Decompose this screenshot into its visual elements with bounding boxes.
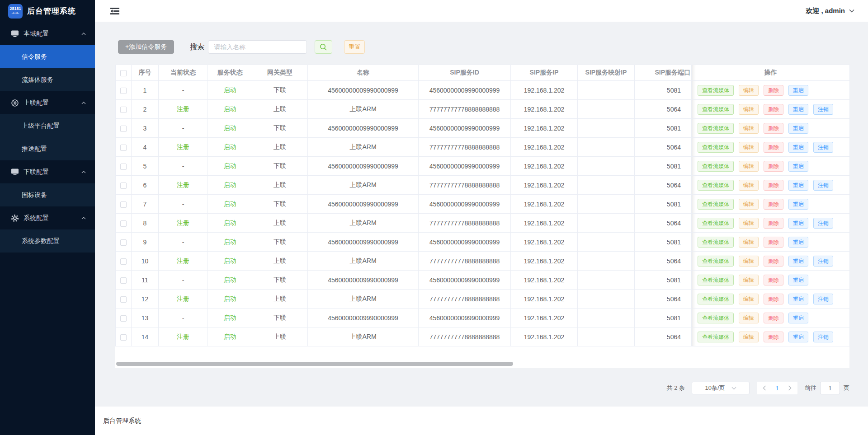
row-checkbox[interactable] bbox=[120, 334, 127, 341]
delete-button[interactable]: 删除 bbox=[764, 85, 783, 96]
edit-button[interactable]: 编辑 bbox=[739, 104, 759, 115]
goto-page-input[interactable] bbox=[820, 382, 840, 394]
view-stream-button[interactable]: 查看流媒体 bbox=[698, 275, 734, 285]
sidebar-group-downlink-config[interactable]: 下联配置 bbox=[0, 160, 95, 183]
edit-button[interactable]: 编辑 bbox=[739, 199, 759, 210]
sidebar-group-local-config[interactable]: 本域配置 bbox=[0, 22, 95, 45]
row-checkbox[interactable] bbox=[120, 107, 127, 113]
row-checkbox[interactable] bbox=[120, 145, 127, 151]
logout-button[interactable]: 注销 bbox=[813, 142, 833, 153]
sidebar-item-upper-platform-config[interactable]: 上级平台配置 bbox=[0, 114, 95, 137]
delete-button[interactable]: 删除 bbox=[764, 275, 783, 285]
edit-button[interactable]: 编辑 bbox=[739, 218, 759, 229]
page-size-select[interactable]: 10条/页 bbox=[692, 382, 750, 394]
view-stream-button[interactable]: 查看流媒体 bbox=[698, 123, 734, 134]
next-page-button[interactable] bbox=[784, 382, 796, 394]
logout-button[interactable]: 注销 bbox=[813, 294, 833, 304]
horizontal-scrollbar[interactable] bbox=[116, 362, 513, 366]
row-checkbox[interactable] bbox=[120, 182, 127, 189]
row-checkbox[interactable] bbox=[120, 126, 127, 132]
restart-button[interactable]: 重启 bbox=[788, 218, 808, 229]
view-stream-button[interactable]: 查看流媒体 bbox=[698, 142, 734, 153]
prev-page-button[interactable] bbox=[759, 382, 770, 394]
sidebar-group-uplink-config[interactable]: 上联配置 bbox=[0, 91, 95, 114]
row-checkbox[interactable] bbox=[120, 164, 127, 170]
edit-button[interactable]: 编辑 bbox=[739, 313, 759, 323]
restart-button[interactable]: 重启 bbox=[788, 275, 808, 285]
restart-button[interactable]: 重启 bbox=[788, 161, 808, 172]
edit-button[interactable]: 编辑 bbox=[739, 294, 759, 304]
search-input[interactable] bbox=[208, 40, 307, 54]
restart-button[interactable]: 重启 bbox=[788, 294, 808, 304]
sidebar-item-system-param-config[interactable]: 系统参数配置 bbox=[0, 229, 95, 253]
delete-button[interactable]: 删除 bbox=[764, 313, 783, 323]
edit-button[interactable]: 编辑 bbox=[739, 275, 759, 285]
restart-button[interactable]: 重启 bbox=[788, 85, 808, 96]
sidebar-item-stream-service[interactable]: 流媒体服务 bbox=[0, 68, 95, 91]
sidebar-item-gb-device[interactable]: 国标设备 bbox=[0, 183, 95, 206]
row-checkbox[interactable] bbox=[120, 296, 127, 303]
restart-button[interactable]: 重启 bbox=[788, 104, 808, 115]
user-menu[interactable]: 欢迎 , admin bbox=[806, 7, 854, 15]
view-stream-button[interactable]: 查看流媒体 bbox=[698, 294, 734, 304]
edit-button[interactable]: 编辑 bbox=[739, 142, 759, 153]
logout-button[interactable]: 注销 bbox=[813, 218, 833, 229]
delete-button[interactable]: 删除 bbox=[764, 180, 783, 191]
restart-button[interactable]: 重启 bbox=[788, 256, 808, 267]
search-button[interactable] bbox=[315, 40, 332, 54]
logout-button[interactable]: 注销 bbox=[813, 180, 833, 191]
restart-button[interactable]: 重启 bbox=[788, 313, 808, 323]
delete-button[interactable]: 删除 bbox=[764, 218, 783, 229]
view-stream-button[interactable]: 查看流媒体 bbox=[698, 332, 734, 342]
edit-button[interactable]: 编辑 bbox=[739, 256, 759, 267]
restart-button[interactable]: 重启 bbox=[788, 237, 808, 248]
delete-button[interactable]: 删除 bbox=[764, 256, 783, 267]
restart-button[interactable]: 重启 bbox=[788, 123, 808, 134]
row-checkbox[interactable] bbox=[120, 220, 127, 227]
row-checkbox[interactable] bbox=[120, 88, 127, 94]
restart-button[interactable]: 重启 bbox=[788, 332, 808, 342]
view-stream-button[interactable]: 查看流媒体 bbox=[698, 161, 734, 172]
logout-button[interactable]: 注销 bbox=[813, 256, 833, 267]
row-checkbox[interactable] bbox=[120, 201, 127, 208]
edit-button[interactable]: 编辑 bbox=[739, 180, 759, 191]
restart-button[interactable]: 重启 bbox=[788, 142, 808, 153]
view-stream-button[interactable]: 查看流媒体 bbox=[698, 237, 734, 248]
sidebar-item-signal-service[interactable]: 信令服务 bbox=[0, 45, 95, 68]
add-signal-service-button[interactable]: +添加信令服务 bbox=[118, 40, 174, 54]
sidebar-group-system-config[interactable]: 系统配置 bbox=[0, 206, 95, 229]
select-all-checkbox[interactable] bbox=[120, 70, 127, 76]
view-stream-button[interactable]: 查看流媒体 bbox=[698, 218, 734, 229]
delete-button[interactable]: 删除 bbox=[764, 104, 783, 115]
view-stream-button[interactable]: 查看流媒体 bbox=[698, 313, 734, 323]
delete-button[interactable]: 删除 bbox=[764, 199, 783, 210]
delete-button[interactable]: 删除 bbox=[764, 294, 783, 304]
edit-button[interactable]: 编辑 bbox=[739, 123, 759, 134]
row-checkbox[interactable] bbox=[120, 239, 127, 246]
restart-button[interactable]: 重启 bbox=[788, 199, 808, 210]
view-stream-button[interactable]: 查看流媒体 bbox=[698, 256, 734, 267]
edit-button[interactable]: 编辑 bbox=[739, 85, 759, 96]
delete-button[interactable]: 删除 bbox=[764, 332, 783, 342]
reset-button[interactable]: 重置 bbox=[344, 40, 365, 54]
sidebar-fold-icon[interactable] bbox=[109, 6, 121, 16]
sidebar-item-push-config[interactable]: 推送配置 bbox=[0, 137, 95, 160]
current-page[interactable]: 1 bbox=[770, 385, 784, 392]
edit-button[interactable]: 编辑 bbox=[739, 161, 759, 172]
row-checkbox[interactable] bbox=[120, 277, 127, 284]
restart-button[interactable]: 重启 bbox=[788, 180, 808, 191]
view-stream-button[interactable]: 查看流媒体 bbox=[698, 199, 734, 210]
delete-button[interactable]: 删除 bbox=[764, 123, 783, 134]
delete-button[interactable]: 删除 bbox=[764, 142, 783, 153]
row-checkbox[interactable] bbox=[120, 258, 127, 265]
delete-button[interactable]: 删除 bbox=[764, 161, 783, 172]
row-checkbox[interactable] bbox=[120, 315, 127, 322]
edit-button[interactable]: 编辑 bbox=[739, 332, 759, 342]
view-stream-button[interactable]: 查看流媒体 bbox=[698, 104, 734, 115]
logout-button[interactable]: 注销 bbox=[813, 332, 833, 342]
edit-button[interactable]: 编辑 bbox=[739, 237, 759, 248]
delete-button[interactable]: 删除 bbox=[764, 237, 783, 248]
view-stream-button[interactable]: 查看流媒体 bbox=[698, 180, 734, 191]
logout-button[interactable]: 注销 bbox=[813, 104, 833, 115]
view-stream-button[interactable]: 查看流媒体 bbox=[698, 85, 734, 96]
